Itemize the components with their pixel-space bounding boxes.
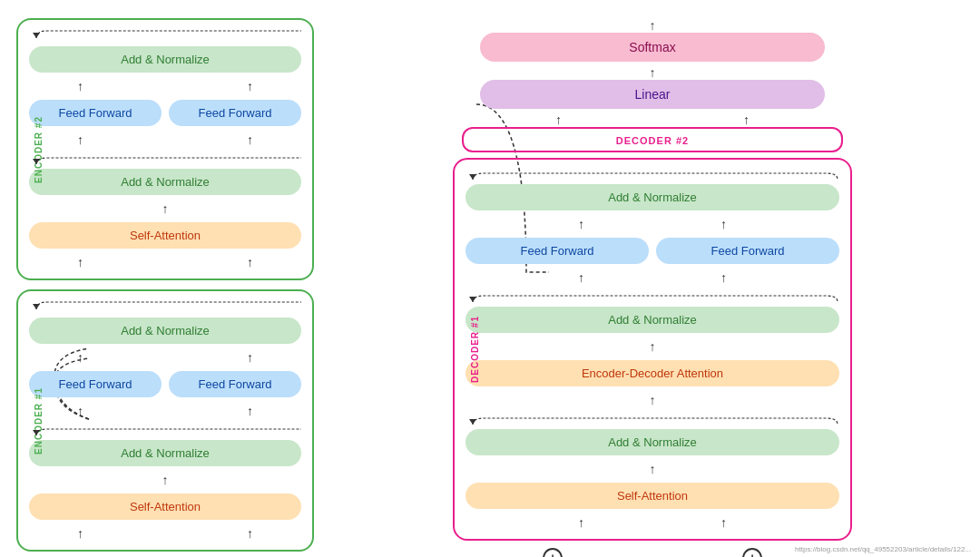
encoder1-box: ENCODER #1 Add & Normalize ↑ ↑ Feed Forw… [16,289,314,552]
enc2-ff2: Feed Forward [169,100,301,126]
dec1-skip-bot-svg [466,417,839,426]
enc1-skip-mid [29,425,301,434]
enc2-arrow1: ↑ ↑ [29,79,301,93]
svg-marker-1 [33,159,40,164]
dec1-skip-mid [466,291,839,300]
enc1-ff1: Feed Forward [29,371,162,397]
plus-circle-dec2: + [742,548,762,557]
decoder-bottom-inputs: + + [453,544,852,557]
arrow-softmax: ↑ [650,18,656,29]
decoder2-box: DECODER #2 [462,127,843,152]
enc1-ff2: Feed Forward [169,371,301,397]
dec1-add-norm1: Add & Normalize [466,429,839,455]
encoders-column: ENCODER #2 Add & Normalize ↑ ↑ Feed Forw… [16,18,314,557]
dec-input-group1: + [543,548,563,557]
dec1-skip-bot [466,414,839,423]
dec1-skip-top [466,169,839,178]
right-section: ↑ Softmax ↑ Linear ↑ ↑ DECODER #2 DECODE… [341,18,964,557]
dec1-add-norm3: Add & Normalize [466,184,839,210]
linear-layer: Linear [480,80,825,109]
enc2-arrow4: ↑ ↑ [29,255,301,269]
enc1-self-attn: Self-Attention [29,493,301,520]
encoder2-label: ENCODER #2 [34,116,44,183]
dec1-skip-top-svg [466,172,839,181]
svg-marker-0 [33,33,40,38]
enc1-arrow3: ↑ [29,473,301,487]
arrow-decoder2: ↑ ↑ [555,112,750,123]
enc2-add-norm1: Add & Normalize [29,169,301,195]
enc2-skip-arrows [29,29,301,40]
arrow-linear: ↑ [650,65,656,76]
svg-marker-6 [469,419,476,425]
enc2-add-norm2: Add & Normalize [29,46,301,73]
softmax-layer: Softmax [480,33,825,62]
plus-circle-dec1: + [543,548,563,557]
enc2-arrow2: ↑ ↑ [29,132,301,147]
enc1-ff-row: Feed Forward Feed Forward [29,371,301,397]
dec1-ff-row: Feed Forward Feed Forward [466,238,839,264]
dec1-enc-dec-attn: Encoder-Decoder Attention [466,360,839,386]
enc2-skip-mid [29,153,301,162]
decoder2-label: DECODER #2 [616,135,689,146]
dec1-self-attn: Self-Attention [466,483,839,509]
dec1-arrow3: ↑ [466,339,839,354]
encoder1-label: ENCODER #1 [34,387,44,454]
enc1-skip-mid-svg [29,428,301,437]
enc2-skip-top [29,29,301,40]
enc2-skip-mid-svg [29,157,301,166]
url-credit: https://blog.csdn.net/qq_49552203/articl… [795,545,971,553]
svg-marker-2 [33,304,40,309]
enc2-ff1: Feed Forward [29,100,162,126]
dec1-ff1: Feed Forward [466,238,649,264]
enc1-arrow4: ↑ ↑ [29,526,301,541]
svg-marker-5 [469,297,476,302]
enc2-self-attn: Self-Attention [29,222,301,249]
enc1-arrow1: ↑ ↑ [29,350,301,365]
dec1-arrow4: ↑ [466,393,839,407]
dec1-arrow2: ↑ ↑ [466,270,839,285]
enc2-ff-row: Feed Forward Feed Forward [29,100,301,126]
enc1-add-norm2: Add & Normalize [29,318,301,344]
decoder1-label: DECODER #1 [470,316,480,383]
dec-input-group2: + [742,548,762,557]
enc1-add-norm1: Add & Normalize [29,440,301,466]
enc1-skip-top [29,300,301,311]
decoder1-box: DECODER #1 Add & Normalize ↑ ↑ Feed Forw… [453,158,852,541]
enc2-arrow3: ↑ [29,201,301,216]
dec1-arrow5: ↑ [466,462,839,476]
svg-marker-4 [469,174,476,180]
dec1-arrow1: ↑ ↑ [466,217,839,231]
diagram-container: ENCODER #2 Add & Normalize ↑ ↑ Feed Forw… [0,0,980,557]
svg-marker-3 [33,430,40,435]
enc1-arrow2: ↑ ↑ [29,404,301,418]
dec1-skip-mid-svg [466,295,839,304]
encoder2-box: ENCODER #2 Add & Normalize ↑ ↑ Feed Forw… [16,18,314,280]
enc1-skip-top-svg [29,300,301,311]
dec1-arrow6: ↑ ↑ [466,515,839,530]
dec1-add-norm2: Add & Normalize [466,307,839,333]
dec1-ff2: Feed Forward [656,238,839,264]
